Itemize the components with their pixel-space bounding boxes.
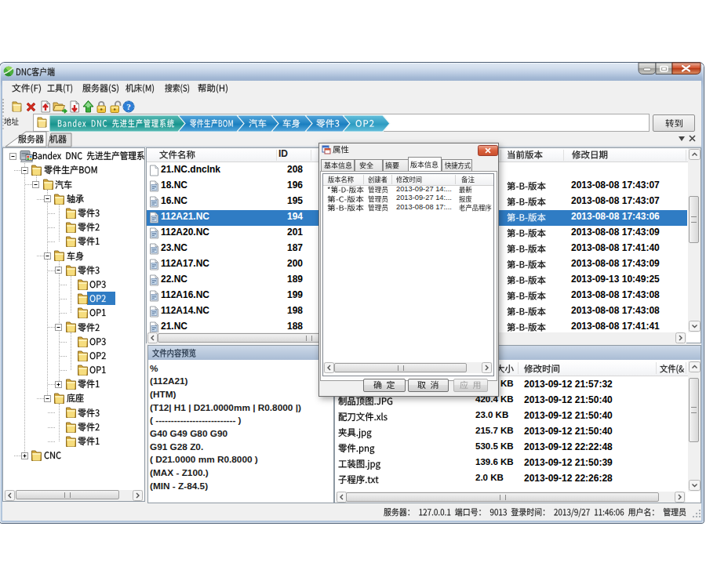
svg-text:?: ? [126, 102, 131, 111]
